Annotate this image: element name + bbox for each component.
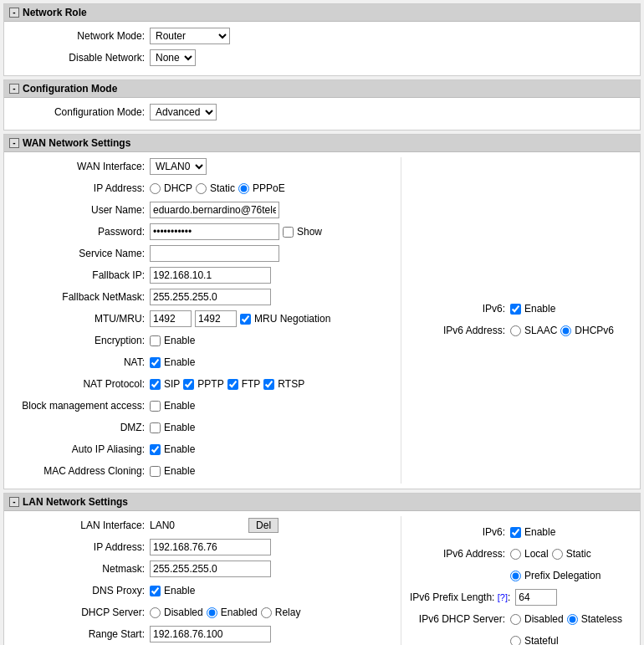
configuration-mode-title: Configuration Mode: [23, 83, 117, 95]
nat-pptp-label[interactable]: PPTP: [197, 378, 223, 390]
dhcp-enabled-label[interactable]: Enabled: [221, 607, 258, 618]
config-mode-select[interactable]: Advanced Basic: [150, 104, 217, 120]
wan-ipv6-control: Enable: [510, 303, 555, 315]
lan-ipv6-local-label[interactable]: Local: [524, 548, 549, 560]
dmz-checkbox[interactable]: [150, 422, 161, 433]
password-row: Password: Show: [8, 223, 401, 241]
lan-ipv6-static-label[interactable]: Static: [566, 548, 591, 560]
nat-checkbox[interactable]: [150, 357, 161, 368]
ipv6-prefix-length-help-link[interactable]: [?]: [498, 592, 508, 602]
ipv6-dhcp-stateless-radio[interactable]: [567, 614, 578, 625]
dhcp-relay-radio[interactable]: [261, 607, 272, 618]
wan-toggle[interactable]: -: [9, 138, 19, 148]
ipv6-dhcp-disabled-radio[interactable]: [510, 614, 521, 625]
user-name-input[interactable]: [150, 202, 279, 218]
configuration-mode-toggle[interactable]: -: [9, 84, 19, 94]
ipv6-dhcp-stateful-label[interactable]: Stateful: [524, 635, 559, 645]
wan-pppoe-radio[interactable]: [238, 183, 249, 194]
lan-netmask-label: Netmask:: [8, 563, 150, 575]
wan-dhcpv6-radio[interactable]: [560, 325, 571, 336]
mtu-input[interactable]: [150, 310, 192, 327]
network-role-toggle[interactable]: -: [9, 8, 19, 18]
wan-header: - WAN Network Settings: [4, 135, 640, 152]
config-mode-row: Configuration Mode: Advanced Basic: [8, 103, 636, 121]
ipv6-dhcp-stateless-label[interactable]: Stateless: [581, 613, 622, 625]
wan-interface-select[interactable]: WLAN0 ETH0: [150, 158, 207, 175]
lan-ip-address-label: IP Address:: [8, 541, 150, 553]
wan-slaac-radio[interactable]: [510, 325, 521, 336]
lan-ipv6-local-radio[interactable]: [510, 549, 521, 560]
lan-netmask-row: Netmask:: [8, 560, 401, 578]
dns-proxy-enable-label[interactable]: Enable: [164, 585, 195, 596]
lan-ipv6-prefix-delegation-radio[interactable]: [510, 571, 521, 581]
lan-ip-address-input[interactable]: [150, 539, 271, 555]
lan-ipv6-checkbox[interactable]: [510, 527, 521, 538]
block-mgmt-checkbox[interactable]: [150, 401, 161, 412]
mtu-mru-label: MTU/MRU:: [8, 313, 150, 325]
lan-toggle[interactable]: -: [9, 497, 19, 507]
nat-rtsp-label[interactable]: RTSP: [278, 378, 304, 390]
encryption-enable-label[interactable]: Enable: [164, 335, 195, 346]
encryption-checkbox[interactable]: [150, 335, 161, 346]
configuration-mode-body: Configuration Mode: Advanced Basic: [4, 98, 640, 130]
nat-pptp-checkbox[interactable]: [183, 379, 194, 390]
nat-sip-label[interactable]: SIP: [164, 378, 180, 390]
wan-ipv6-enable-label[interactable]: Enable: [524, 303, 555, 315]
lan-del-button[interactable]: Del: [248, 518, 279, 533]
dhcp-disabled-label[interactable]: Disabled: [164, 607, 203, 618]
mtu-mru-row: MTU/MRU: MRU Negotiation: [8, 310, 401, 328]
fallback-netmask-input[interactable]: [150, 289, 271, 305]
dhcp-relay-label[interactable]: Relay: [275, 607, 301, 618]
disable-network-select[interactable]: None WAN LAN: [150, 49, 196, 66]
lan-ipv6-prefix-length-control: [515, 589, 557, 606]
lan-ipv6-static-radio[interactable]: [552, 549, 563, 560]
mru-input[interactable]: [195, 310, 237, 327]
wan-pppoe-label[interactable]: PPPoE: [253, 182, 285, 194]
lan-netmask-control: [150, 561, 271, 577]
nat-ftp-label[interactable]: FTP: [242, 378, 261, 390]
show-password-label[interactable]: Show: [297, 226, 322, 238]
lan-title: LAN Network Settings: [23, 496, 128, 508]
config-mode-control: Advanced Basic: [150, 104, 217, 120]
nat-sip-checkbox[interactable]: [150, 379, 161, 390]
lan-ipv6-enable-label[interactable]: Enable: [524, 526, 555, 538]
password-input[interactable]: [150, 223, 279, 240]
network-mode-select[interactable]: Router Bridge Access Point: [150, 28, 230, 44]
lan-right-col: IPv6: Enable IPv6 Address: Local Static: [401, 516, 636, 645]
nat-rtsp-checkbox[interactable]: [263, 379, 274, 390]
range-start-label: Range Start:: [8, 628, 150, 640]
dhcp-disabled-radio[interactable]: [150, 607, 161, 618]
wan-static-label[interactable]: Static: [210, 182, 235, 194]
fallback-ip-input[interactable]: [150, 267, 271, 284]
dhcp-enabled-radio[interactable]: [207, 607, 217, 618]
mru-negotiation-checkbox[interactable]: [240, 314, 251, 325]
dmz-enable-label[interactable]: Enable: [164, 422, 195, 433]
wan-ipv6-checkbox[interactable]: [510, 304, 521, 315]
auto-ip-enable-label[interactable]: Enable: [164, 443, 195, 455]
show-password-checkbox[interactable]: [283, 227, 294, 238]
wan-slaac-label[interactable]: SLAAC: [524, 325, 557, 336]
range-start-control: [150, 626, 271, 642]
range-start-input[interactable]: [150, 626, 271, 642]
dns-proxy-checkbox[interactable]: [150, 586, 161, 596]
wan-dhcp-radio[interactable]: [150, 183, 161, 194]
mac-cloning-checkbox[interactable]: [150, 466, 161, 477]
wan-dhcp-label[interactable]: DHCP: [164, 182, 192, 194]
lan-ipv6-dhcp-stateful-control: Stateful: [510, 635, 559, 645]
auto-ip-checkbox[interactable]: [150, 444, 161, 455]
nat-enable-label[interactable]: Enable: [164, 356, 195, 368]
ipv6-prefix-length-input[interactable]: [515, 589, 557, 606]
nat-ftp-checkbox[interactable]: [227, 379, 238, 390]
mru-negotiation-label[interactable]: MRU Negotiation: [254, 313, 330, 325]
service-name-input[interactable]: [150, 245, 279, 262]
lan-netmask-input[interactable]: [150, 561, 271, 577]
nat-protocol-row: NAT Protocol: SIP PPTP FTP RTSP: [8, 375, 401, 393]
mac-cloning-enable-label[interactable]: Enable: [164, 465, 195, 477]
wan-dhcpv6-label[interactable]: DHCPv6: [575, 325, 614, 336]
wan-static-radio[interactable]: [196, 183, 207, 194]
ipv6-dhcp-stateful-radio[interactable]: [510, 636, 521, 646]
ipv6-dhcp-disabled-label[interactable]: Disabled: [524, 613, 564, 625]
lan-ipv6-dhcp-stateful-row: Stateful: [410, 632, 636, 645]
block-mgmt-enable-label[interactable]: Enable: [164, 400, 195, 412]
lan-ipv6-prefix-delegation-label[interactable]: Prefix Delegation: [524, 570, 601, 581]
